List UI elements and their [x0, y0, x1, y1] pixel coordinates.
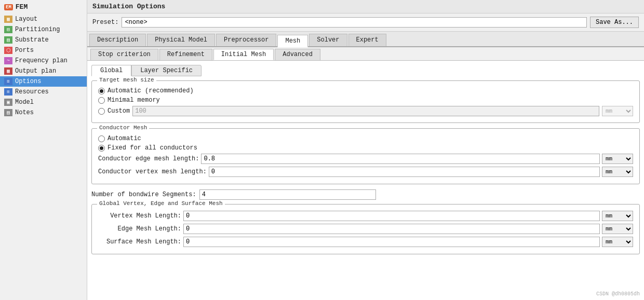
bondwire-row: Number of bondwire Segments: — [91, 189, 640, 200]
conductor-vertex-label: Conductor vertex mesh length: — [98, 168, 207, 175]
vertex-mesh-label: Vertex Mesh Length: — [98, 212, 181, 220]
global-mesh-content: Vertex Mesh Length: mm Edge Mesh Length:… — [98, 211, 633, 247]
substrate-icon: ▤ — [4, 36, 12, 44]
watermark: CSDN @dh0805dh — [596, 291, 640, 297]
subtab-initial-mesh[interactable]: Initial Mesh — [213, 49, 274, 60]
conductor-radio-row-auto: Automatic — [98, 135, 633, 142]
resources-icon: ≡ — [4, 88, 12, 96]
sub-tabs: Stop criterion Refinement Initial Mesh A… — [87, 47, 644, 61]
radio-automatic-label: Automatic (recommended) — [108, 87, 194, 94]
sidebar-item-resources[interactable]: ≡ Resources — [0, 87, 87, 97]
preset-row: Preset: <none> Save As... — [87, 13, 644, 32]
sidebar-header: EM FEM — [0, 0, 87, 14]
conductor-edge-unit[interactable]: mm — [602, 154, 633, 164]
sidebar-label-substrate: Substrate — [15, 36, 49, 44]
tab-description[interactable]: Description — [89, 34, 146, 46]
radio-minimal[interactable] — [98, 97, 105, 104]
output-icon: ▦ — [4, 67, 12, 75]
subtab-stop-criterion[interactable]: Stop criterion — [90, 49, 158, 60]
sidebar-item-layout[interactable]: ▦ Layout — [0, 14, 87, 24]
target-mesh-size-title: Target mesh size — [97, 77, 156, 83]
model-icon: ▣ — [4, 99, 12, 106]
vertex-mesh-input[interactable] — [183, 211, 600, 221]
subtab-refinement[interactable]: Refinement — [159, 49, 212, 60]
sidebar-item-frequency[interactable]: ~ Frequency plan — [0, 56, 87, 66]
layout-icon: ▦ — [4, 16, 12, 23]
bondwire-label: Number of bondwire Segments: — [91, 191, 196, 198]
sidebar-label-frequency: Frequency plan — [15, 57, 68, 64]
simulation-title: Simulation Options — [87, 0, 644, 13]
radio-minimal-label: Minimal memory — [108, 97, 160, 104]
surface-mesh-label: Surface Mesh Length: — [98, 238, 181, 246]
save-as-button[interactable]: Save As... — [590, 17, 639, 28]
global-mesh-title: Global Vertex, Edge and Surface Mesh — [97, 200, 225, 207]
conductor-mesh-title: Conductor Mesh — [97, 125, 149, 131]
radio-custom-label: Custom — [108, 107, 130, 115]
sidebar-item-model[interactable]: ▣ Model — [0, 97, 87, 107]
edge-mesh-unit[interactable]: mm — [602, 224, 633, 234]
preset-select[interactable]: <none> — [122, 17, 587, 28]
vertex-mesh-row: Vertex Mesh Length: mm — [98, 211, 633, 221]
partition-icon: ⊞ — [4, 26, 12, 33]
freq-icon: ~ — [4, 57, 12, 64]
sidebar-label-output: Output plan — [15, 67, 56, 75]
preset-select-wrapper: <none> — [122, 17, 587, 28]
innertab-layer-specific[interactable]: Layer Specific — [131, 65, 202, 76]
target-mesh-size-content: Automatic (recommended) Minimal memory C… — [98, 87, 633, 116]
innertab-global[interactable]: Global — [91, 65, 131, 76]
radio-row-custom: Custom mm — [98, 106, 633, 116]
conductor-radio-row-fixed: Fixed for all conductors — [98, 144, 633, 152]
tab-preprocessor[interactable]: Preprocessor — [216, 34, 276, 46]
tab-expert[interactable]: Expert — [348, 34, 386, 46]
conductor-radio-auto-label: Automatic — [108, 135, 141, 142]
radio-row-minimal: Minimal memory — [98, 97, 633, 104]
conductor-vertex-input[interactable] — [209, 167, 600, 177]
surface-mesh-row: Surface Mesh Length: mm — [98, 237, 633, 247]
notes-icon: ▤ — [4, 109, 12, 116]
conductor-radio-fixed[interactable] — [98, 145, 105, 152]
surface-mesh-input[interactable] — [183, 237, 600, 247]
conductor-mesh-group: Conductor Mesh Automatic Fixed for all c… — [91, 128, 640, 184]
tab-physical-model[interactable]: Physical Model — [147, 34, 215, 46]
radio-automatic[interactable] — [98, 88, 105, 94]
edge-mesh-label: Edge Mesh Length: — [98, 225, 181, 233]
conductor-edge-row: Conductor edge mesh length: mm — [98, 154, 633, 164]
radio-custom-option[interactable] — [98, 108, 105, 115]
sidebar-label-notes: Notes — [15, 109, 34, 116]
conductor-mesh-content: Automatic Fixed for all conductors Condu… — [98, 135, 633, 177]
conductor-radio-fixed-label: Fixed for all conductors — [108, 144, 197, 152]
target-mesh-size-group: Target mesh size Automatic (recommended)… — [91, 80, 640, 123]
sidebar-item-notes[interactable]: ▤ Notes — [0, 107, 87, 118]
surface-mesh-unit[interactable]: mm — [602, 237, 633, 247]
custom-mesh-input[interactable] — [132, 106, 599, 116]
edge-mesh-row: Edge Mesh Length: mm — [98, 224, 633, 234]
preset-label: Preset: — [92, 19, 118, 26]
conductor-vertex-row: Conductor vertex mesh length: mm — [98, 167, 633, 177]
conductor-edge-label: Conductor edge mesh length: — [98, 155, 199, 162]
sidebar-item-options[interactable]: ≡ Options — [0, 76, 87, 87]
conductor-edge-input[interactable] — [201, 154, 600, 164]
sidebar-item-output[interactable]: ▦ Output plan — [0, 66, 87, 76]
tab-mesh[interactable]: Mesh — [277, 35, 308, 47]
sidebar-label-partitioning: Partitioning — [15, 26, 60, 33]
tab-solver[interactable]: Solver — [309, 34, 347, 46]
custom-mesh-unit[interactable]: mm — [602, 106, 633, 116]
main-panel: Simulation Options Preset: <none> Save A… — [87, 0, 644, 300]
sidebar-item-partitioning[interactable]: ⊞ Partitioning — [0, 24, 87, 35]
sidebar-label-resources: Resources — [15, 88, 49, 96]
sidebar-item-substrate[interactable]: ▤ Substrate — [0, 35, 87, 45]
options-icon: ≡ — [4, 78, 12, 85]
vertex-mesh-unit[interactable]: mm — [602, 211, 633, 221]
edge-mesh-input[interactable] — [183, 224, 600, 234]
ports-icon: ⬡ — [4, 47, 12, 54]
bondwire-input[interactable] — [199, 189, 376, 200]
sidebar-label-options: Options — [15, 78, 41, 85]
conductor-radio-auto[interactable] — [98, 135, 105, 142]
sidebar-item-ports[interactable]: ⬡ Ports — [0, 45, 87, 56]
inner-tabs: Global Layer Specific — [91, 65, 640, 76]
top-tabs: Description Physical Model Preprocessor … — [87, 32, 644, 47]
conductor-vertex-unit[interactable]: mm — [602, 167, 633, 177]
subtab-advanced[interactable]: Advanced — [275, 49, 320, 60]
sidebar-label-model: Model — [15, 99, 34, 106]
sidebar-title: FEM — [16, 3, 28, 11]
